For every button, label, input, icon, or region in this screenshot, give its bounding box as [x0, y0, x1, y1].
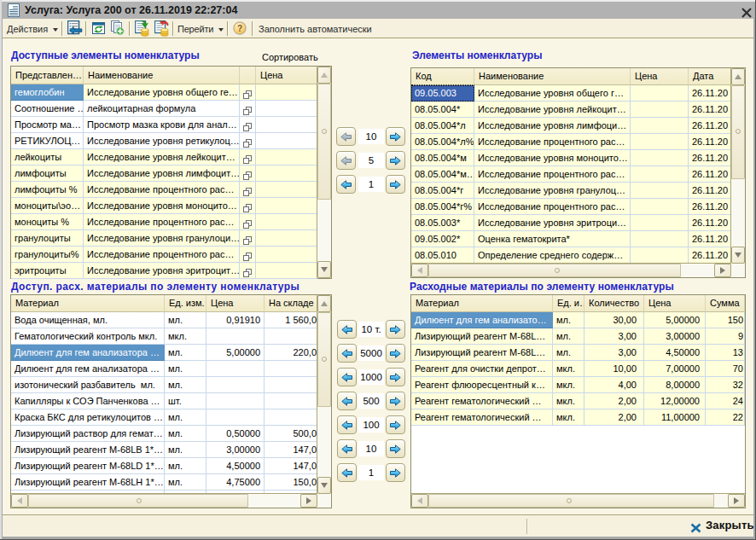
svg-text:?: ?	[237, 24, 242, 33]
